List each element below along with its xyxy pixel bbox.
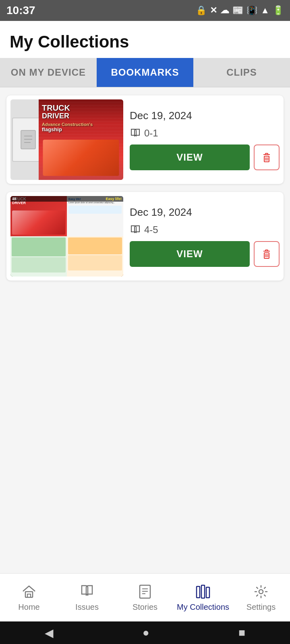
- bookmark-actions-2: VIEW: [130, 241, 280, 267]
- page-header: My Collections: [0, 21, 290, 58]
- bottom-nav: Home Issues Stories My Collections Setti…: [0, 573, 290, 621]
- cloud-icon: ☁: [220, 5, 229, 16]
- nav-issues-label: Issues: [75, 603, 99, 612]
- nav-my-collections-label: My Collections: [177, 603, 229, 612]
- bookmark-pages-2: 4-5: [130, 224, 280, 235]
- settings-icon: [253, 583, 269, 600]
- bookmark-pages-1: 0-1: [130, 128, 280, 139]
- svg-rect-23: [201, 585, 205, 598]
- issues-icon: [79, 583, 95, 600]
- nav-my-collections[interactable]: My Collections: [174, 583, 232, 612]
- book-icon-2: [130, 224, 141, 235]
- page-title: My Collections: [10, 32, 280, 52]
- nav-stories[interactable]: Stories: [116, 583, 174, 612]
- tab-clips[interactable]: CLIPS: [193, 58, 290, 87]
- battery-icon: 🔋: [273, 5, 284, 16]
- svg-rect-12: [265, 250, 268, 251]
- status-icons: 🔒 ✕ ☁ 📰 📳 ▲ 🔋: [196, 5, 284, 16]
- magazine-cover-1: TRUCK DRIVER Advance Construction's flag…: [39, 99, 123, 180]
- bookmarks-list: TRUCK DRIVER Advance Construction's flag…: [0, 87, 290, 573]
- svg-point-25: [259, 590, 263, 594]
- trash-icon-1: [260, 151, 273, 164]
- view-button-2[interactable]: VIEW: [130, 241, 250, 267]
- nav-issues[interactable]: Issues: [58, 583, 116, 612]
- bookmark-thumbnail-1: TRUCK DRIVER Advance Construction's flag…: [10, 99, 123, 180]
- bookmark-info-2: Dec 19, 2024 4-5 VIEW: [130, 204, 280, 268]
- android-back-button[interactable]: ◀: [45, 626, 54, 640]
- status-bar: 10:37 🔒 ✕ ☁ 📰 📳 ▲ 🔋: [0, 0, 290, 21]
- bookmark-date-2: Dec 19, 2024: [130, 206, 280, 219]
- delete-button-2[interactable]: [254, 241, 280, 267]
- android-recents-button[interactable]: ■: [238, 626, 245, 639]
- svg-rect-22: [197, 586, 200, 598]
- bookmark-card-2: TRUCK DRIVER Easy life! Lorem ipsum dolo…: [6, 192, 284, 281]
- tab-bar: ON MY DEVICE BOOKMARKS CLIPS: [0, 58, 290, 87]
- bookmark-thumbnail-2: TRUCK DRIVER Easy life! Lorem ipsum dolo…: [10, 196, 123, 277]
- magazine-placeholder-icon: [20, 130, 36, 150]
- sim-icon: 🔒: [196, 5, 207, 16]
- bookmark-card: TRUCK DRIVER Advance Construction's flag…: [6, 95, 284, 184]
- news-icon: 📰: [232, 5, 243, 16]
- nav-home[interactable]: Home: [0, 583, 58, 612]
- svg-rect-24: [206, 587, 209, 598]
- android-home-button[interactable]: ●: [143, 626, 149, 639]
- vibrate-icon: 📳: [246, 5, 257, 16]
- trash-icon-2: [260, 248, 273, 260]
- magazine-cover-2: TRUCK DRIVER Easy life! Lorem ipsum dolo…: [10, 196, 123, 277]
- home-icon: [21, 583, 37, 600]
- my-collections-icon: [195, 583, 211, 600]
- status-time: 10:37: [6, 4, 35, 17]
- wifi-icon: ▲: [261, 5, 269, 16]
- bookmark-actions-1: VIEW: [130, 144, 280, 170]
- nav-stories-label: Stories: [133, 603, 157, 612]
- nav-settings[interactable]: Settings: [232, 583, 290, 612]
- bookmark-info-1: Dec 19, 2024 0-1 VIEW: [130, 108, 280, 172]
- nav-home-label: Home: [18, 603, 39, 612]
- stories-icon: [137, 583, 153, 600]
- tab-on-my-device[interactable]: ON MY DEVICE: [0, 58, 97, 87]
- nav-settings-label: Settings: [246, 603, 276, 612]
- book-icon: [130, 128, 141, 139]
- view-button-1[interactable]: VIEW: [130, 144, 250, 170]
- x-icon: ✕: [210, 5, 217, 16]
- bookmark-date-1: Dec 19, 2024: [130, 109, 280, 122]
- delete-button-1[interactable]: [254, 144, 280, 170]
- svg-rect-6: [265, 153, 268, 155]
- tab-bookmarks[interactable]: BOOKMARKS: [97, 58, 193, 87]
- android-nav-bar: ◀ ● ■: [0, 621, 290, 644]
